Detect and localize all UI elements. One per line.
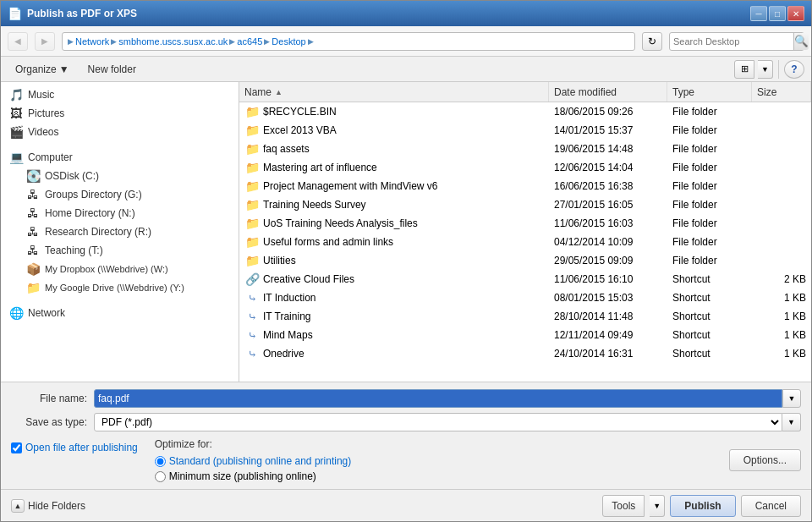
view-dropdown-button[interactable]: ▼ [758, 60, 773, 79]
sidebar-item-network[interactable]: 🌐 Network [1, 304, 239, 322]
sidebar-item-gdrive[interactable]: 📁 My Google Drive (\\Webdrive) (Y:) [18, 278, 239, 297]
file-name-text: Excel 2013 VBA [263, 124, 337, 136]
tools-button[interactable]: Tools [602, 495, 645, 517]
bottom-bar-right: Tools ▼ Publish Cancel [602, 495, 801, 517]
sidebar-label-pictures: Pictures [28, 107, 64, 119]
sidebar-item-home[interactable]: 🖧 Home Directory (N:) [18, 204, 239, 223]
file-row[interactable]: 📁 UoS Training Needs Analysis_files 11/0… [239, 214, 811, 233]
sidebar-label-teaching: Teaching (T:) [45, 245, 103, 256]
close-button[interactable]: ✕ [787, 6, 804, 21]
open-after-checkbox[interactable] [11, 442, 22, 453]
file-name-input[interactable] [94, 389, 782, 408]
file-size-cell: 1 KB [752, 328, 811, 342]
file-size-cell [752, 185, 811, 187]
organize-button[interactable]: Organize ▼ [8, 60, 77, 79]
help-button[interactable]: ? [784, 60, 804, 79]
minimum-radio-label[interactable]: Minimum size (publishing online) [155, 470, 712, 482]
breadcrumb-desktop[interactable]: Desktop [272, 36, 305, 47]
sidebar-item-osdisk[interactable]: 💽 OSDisk (C:) [18, 167, 239, 185]
col-header-date[interactable]: Date modified [549, 82, 667, 102]
col-header-type[interactable]: Type [667, 82, 752, 102]
file-name-cell: ⤷ IT Training [239, 309, 549, 324]
file-name-text: faq assets [263, 143, 310, 155]
save-type-dropdown-button[interactable]: ▼ [782, 413, 801, 431]
col-header-size[interactable]: Size [752, 82, 811, 102]
file-row[interactable]: 📁 Training Needs Survey 27/01/2015 16:05… [239, 195, 811, 214]
file-date-cell: 18/06/2015 09:26 [549, 105, 667, 118]
sort-arrow: ▲ [275, 88, 283, 96]
computer-icon: 💻 [8, 151, 25, 164]
optimize-section: Optimize for: Standard (publishing onlin… [148, 438, 719, 482]
search-input[interactable] [670, 35, 793, 48]
file-size-cell [752, 260, 811, 261]
standard-radio[interactable] [155, 456, 166, 467]
file-date-cell: 28/10/2014 11:48 [549, 310, 667, 323]
save-type-select[interactable]: PDF (*.pdf) XPS (*.xps) [94, 413, 782, 431]
file-date-cell: 14/01/2015 15:37 [549, 124, 667, 137]
breadcrumb-server[interactable]: smbhome.uscs.susx.ac.uk [118, 36, 228, 47]
sidebar-item-dropbox[interactable]: 📦 My Dropbox (\\Webdrive) (W:) [18, 260, 239, 278]
file-row[interactable]: 📁 faq assets 19/06/2015 14:48 File folde… [239, 140, 811, 158]
view-icon: ⊞ [741, 63, 749, 74]
publish-button[interactable]: Publish [670, 495, 735, 517]
sidebar-item-groups[interactable]: 🖧 Groups Directory (G:) [18, 185, 239, 204]
standard-radio-label[interactable]: Standard (publishing online and printing… [155, 455, 712, 467]
shortcut-icon: ⤷ [248, 348, 257, 360]
sidebar-item-pictures[interactable]: 🖼 Pictures [1, 104, 239, 123]
organize-label: Organize [15, 63, 57, 75]
cancel-button[interactable]: Cancel [741, 495, 801, 517]
sidebar-item-computer[interactable]: 💻 Computer [1, 148, 239, 167]
breadcrumb-user[interactable]: ac645 [237, 36, 262, 47]
file-name-text: Mastering art of influence [263, 162, 377, 173]
tools-dropdown-button[interactable]: ▼ [650, 495, 665, 517]
music-icon: 🎵 [8, 88, 25, 102]
file-row[interactable]: 🔗 Creative Cloud Files 11/06/2015 16:10 … [239, 270, 811, 288]
sidebar-item-research[interactable]: 🖧 Research Directory (R:) [18, 223, 239, 241]
options-button[interactable]: Options... [729, 449, 801, 471]
maximize-button[interactable]: □ [769, 6, 786, 21]
file-row[interactable]: ⤷ IT Induction 08/01/2015 15:03 Shortcut… [239, 288, 811, 307]
file-size-cell [752, 204, 811, 206]
file-row[interactable]: 📁 Useful forms and admin links 04/12/201… [239, 233, 811, 251]
file-type-cell: File folder [667, 254, 752, 267]
file-size-cell [752, 167, 811, 168]
file-name-dropdown-button[interactable]: ▼ [782, 389, 801, 408]
view-button[interactable]: ⊞ [734, 60, 754, 79]
file-name-cell: 📁 $RECYCLE.BIN [239, 104, 549, 119]
file-row[interactable]: ⤷ IT Training 28/10/2014 11:48 Shortcut … [239, 307, 811, 326]
refresh-button[interactable]: ↻ [642, 32, 662, 51]
file-name-cell: 📁 UoS Training Needs Analysis_files [239, 216, 549, 231]
file-row[interactable]: 📁 Project Management with MindView v6 16… [239, 177, 811, 195]
file-row[interactable]: 📁 Utilities 29/05/2015 09:09 File folder [239, 251, 811, 270]
gdrive-icon: 📁 [25, 281, 41, 294]
file-row[interactable]: 📁 Excel 2013 VBA 14/01/2015 15:37 File f… [239, 121, 811, 140]
minimum-radio[interactable] [155, 471, 166, 482]
file-row[interactable]: ⤷ Mind Maps 12/11/2014 09:49 Shortcut 1 … [239, 326, 811, 344]
hide-folders-button[interactable]: ▲ Hide Folders [11, 499, 85, 513]
sidebar: 🎵 Music 🖼 Pictures 🎬 Videos 💻 Computer [1, 82, 239, 382]
file-type-cell: Shortcut [667, 291, 752, 305]
file-name-cell: 📁 Utilities [239, 253, 549, 268]
file-size-cell: 1 KB [752, 291, 811, 305]
file-row[interactable]: 📁 Mastering art of influence 12/06/2015 … [239, 158, 811, 177]
breadcrumb-network[interactable]: Network [75, 36, 109, 47]
back-button[interactable]: ◀ [8, 32, 28, 51]
file-row[interactable]: ⤷ Onedrive 24/10/2014 16:31 Shortcut 1 K… [239, 344, 811, 363]
breadcrumb-arrow-3: ▶ [264, 37, 270, 46]
col-header-name[interactable]: Name ▲ [239, 82, 549, 102]
search-button[interactable]: 🔍 [793, 33, 809, 50]
sidebar-item-music[interactable]: 🎵 Music [1, 85, 239, 104]
file-type-cell: Shortcut [667, 328, 752, 342]
forward-button[interactable]: ▶ [35, 32, 55, 51]
sidebar-item-videos[interactable]: 🎬 Videos [1, 123, 239, 141]
folder-icon: 📁 [245, 217, 260, 230]
open-after-checkbox-label[interactable]: Open file after publishing [11, 442, 138, 453]
file-row[interactable]: 📁 $RECYCLE.BIN 18/06/2015 09:26 File fol… [239, 102, 811, 121]
sidebar-item-teaching[interactable]: 🖧 Teaching (T:) [18, 241, 239, 260]
new-folder-button[interactable]: New folder [80, 60, 144, 79]
minimum-radio-text: Minimum size (publishing online) [169, 470, 316, 482]
file-name-text: $RECYCLE.BIN [263, 106, 337, 118]
file-name-row: File name: ▼ [11, 389, 801, 408]
minimize-button[interactable]: ─ [750, 6, 767, 21]
file-size-cell [752, 129, 811, 131]
